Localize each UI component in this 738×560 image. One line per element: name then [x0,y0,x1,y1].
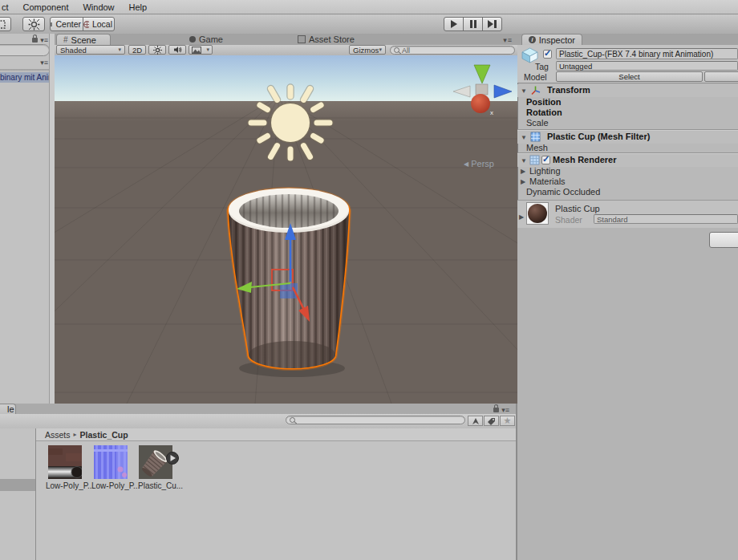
chevron-down-icon: ▾ [118,47,121,53]
hierarchy-search-input[interactable] [0,44,50,56]
search-icon [394,47,399,53]
menu-item-window[interactable]: Window [75,2,121,12]
pivot-local-button[interactable]: Local [83,17,115,31]
scene-search-input[interactable]: All [390,46,515,55]
tab-inspector[interactable]: i Inspector [521,34,582,45]
game-tab-icon [189,36,196,43]
2d-toggle-button[interactable]: 2D [128,45,146,55]
lock-icon[interactable] [493,408,499,412]
inspector-empty-area [517,228,738,560]
transform-row-rotation[interactable]: Rotation [526,108,562,117]
draw-mode-dropdown[interactable]: Shaded▾ [56,45,125,55]
tab-game[interactable]: Game [183,34,231,45]
speaker-icon [173,46,182,54]
scene-lighting-toggle[interactable] [148,45,166,55]
tab-asset-store[interactable]: Asset Store [291,34,365,45]
project-search-input[interactable] [286,416,465,424]
asset-label: Low-Poly_P... [46,481,94,490]
type-filter-icon [472,417,480,425]
model-thumbnail [139,445,179,479]
chevron-down-icon: ▾ [379,47,382,53]
renderer-row-dynamic-occluded[interactable]: Dynamic Occluded [526,187,600,197]
foldout-closed-icon[interactable]: ▶ [519,213,524,221]
material-preview-sphere[interactable] [526,202,549,225]
pivot-icon [51,21,52,27]
scene-panel-menu-icon[interactable]: ▾≡ [503,36,513,44]
active-checkbox[interactable] [543,50,552,59]
chevron-down-icon: ▾ [206,47,209,53]
panel-menu-icon[interactable]: ▾≡ [40,36,48,44]
favorites-button[interactable]: ★ [500,416,515,426]
object-name-field[interactable]: Plastic_Cup-(FBX 7.4 binary mit Animatio… [556,48,738,59]
hierarchy-selected-item[interactable]: binary mit Anim [0,72,50,83]
panel-menu-icon[interactable]: ▾≡ [501,406,509,414]
asset-tile-normal-map[interactable] [94,445,128,479]
axis-x-ball[interactable] [471,94,490,113]
pause-button[interactable] [463,17,483,31]
mesh-filter-row-mesh[interactable]: Mesh [526,143,548,152]
selected-folder-row[interactable] [0,479,35,491]
foldout-open-icon[interactable]: ▼ [521,87,527,95]
renderer-row-materials[interactable]: Materials [529,177,566,186]
panel-divider[interactable] [516,404,517,560]
search-by-type-button[interactable] [468,416,483,426]
shader-dropdown[interactable]: Standard [594,214,738,224]
plastic-cup-model[interactable] [229,189,349,369]
foldout-closed-icon[interactable]: ▶ [521,178,525,185]
tab-scene[interactable]: # Scene [56,34,111,45]
hierarchy-dropdown-icon[interactable]: ▾≡ [40,59,48,67]
perspective-label[interactable]: ◀ Persp [464,159,494,168]
scene-view-toolbar: Shaded▾ 2D ▾ Gizmos▾ All [55,45,517,56]
project-folder-tree[interactable] [0,428,36,560]
mesh-renderer-enabled-checkbox[interactable] [541,156,550,164]
model-revert-button-partial[interactable] [704,71,738,82]
menu-item-component[interactable]: Component [16,2,76,12]
sun-icon [153,46,162,55]
breadcrumb-root[interactable]: Assets [45,430,71,440]
model-select-button[interactable]: Select [556,71,703,82]
step-button[interactable] [482,17,502,31]
menu-bar: ct Component Window Help [0,0,738,14]
menu-item-help[interactable]: Help [122,2,155,12]
hierarchy-panel: ▾≡ ▾≡ binary mit Anim [0,34,55,404]
transform-row-position[interactable]: Position [526,97,561,107]
albedo-texture-thumbnail [48,445,82,479]
breadcrumb-current: Plastic_Cup [80,430,128,440]
project-asset-grid[interactable]: Low-Poly_P... Low-Poly_P... Plastic_Cu..… [36,441,516,560]
scene-render: x [55,55,517,404]
material-section[interactable]: ▶ Plastic Cup Shader Standard [517,200,738,229]
menu-item-cropped[interactable]: ct [0,2,16,12]
model-prefab-icon [521,47,538,63]
tag-dropdown[interactable]: Untagged [556,61,738,71]
partial-button[interactable] [709,232,738,248]
scene-viewport[interactable]: x [55,55,517,404]
mesh-filter-component-header[interactable]: ▼ Plastic Cup (Mesh Filter) [517,131,738,144]
mesh-renderer-component-header[interactable]: ▼ Mesh Renderer [517,154,738,167]
gizmo-center-cube[interactable] [476,84,488,95]
transform-tool-button[interactable] [22,17,45,31]
foldout-open-icon[interactable]: ▼ [521,157,527,164]
tab-console-partial[interactable]: le [0,404,16,414]
mesh-filter-icon [530,132,541,142]
pivot-center-button[interactable]: Center [50,17,83,31]
gizmos-dropdown[interactable]: Gizmos▾ [349,45,386,55]
asset-tile-albedo-texture[interactable] [48,445,82,479]
hierarchy-scrollbar[interactable] [49,34,55,404]
lock-icon[interactable] [32,38,38,43]
normal-map-thumbnail [94,445,128,479]
asset-tile-model[interactable] [139,445,172,479]
search-by-label-button[interactable] [484,416,499,426]
scene-audio-toggle[interactable] [168,45,186,55]
renderer-row-lighting[interactable]: Lighting [529,166,561,176]
foldout-open-icon[interactable]: ▼ [521,134,527,141]
scene-effects-dropdown[interactable]: ▾ [189,45,213,55]
rect-tool-button[interactable] [0,17,11,31]
transform-component-header[interactable]: ▼ Transform [517,84,738,97]
foldout-closed-icon[interactable]: ▶ [521,168,525,175]
shader-label: Shader [555,215,582,225]
mesh-renderer-icon [529,155,540,165]
transform-row-scale[interactable]: Scale [526,118,549,128]
play-button[interactable] [444,17,464,31]
playmode-controls [444,17,502,31]
search-icon [290,417,295,423]
